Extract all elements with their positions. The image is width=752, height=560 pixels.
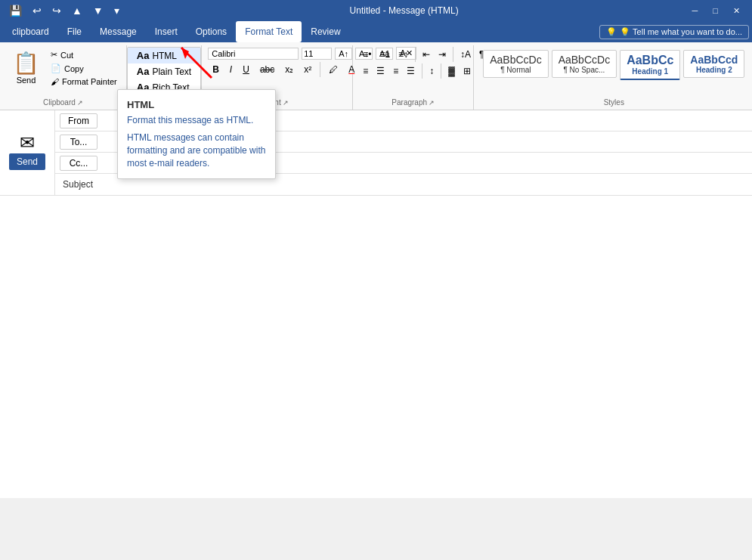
maximize-button[interactable]: □ xyxy=(707,5,724,17)
paragraph-label: Paragraph ↗ xyxy=(359,97,467,108)
send-button[interactable]: Send xyxy=(9,153,45,170)
menu-file[interactable]: clipboard xyxy=(3,21,58,42)
window-title: Untitled - Message (HTML) xyxy=(350,5,459,16)
save-icon[interactable]: 💾 xyxy=(6,3,25,18)
cut-label: Cut xyxy=(60,51,73,60)
no-spacing-label: ¶ No Spac... xyxy=(559,66,610,74)
title-bar: 💾 ↩ ↪ ▲ ▼ ▾ Untitled - Message (HTML) ─ … xyxy=(0,0,752,21)
para-divider3 xyxy=(422,63,422,79)
window-controls: ─ □ ✕ xyxy=(686,5,746,17)
redo-icon[interactable]: ↪ xyxy=(49,3,64,18)
ribbon: 📋 Send ✂ Cut 📄 Copy 🖌 Format Painter C xyxy=(0,42,752,110)
heading1-label: Heading 1 xyxy=(627,67,673,76)
menu-message[interactable]: Message xyxy=(91,21,146,42)
send-icon: ✉ xyxy=(20,132,35,153)
line-spacing-button[interactable]: ↕ xyxy=(426,63,438,79)
align-left-button[interactable]: ≡ xyxy=(359,63,372,79)
menu-format-text[interactable]: Format Text xyxy=(236,21,302,42)
cut-icon: ✂ xyxy=(51,50,57,60)
minimize-button[interactable]: ─ xyxy=(686,5,704,17)
compose-body[interactable] xyxy=(0,196,752,498)
paragraph-expand-icon[interactable]: ↗ xyxy=(429,99,435,107)
highlight-button[interactable]: 🖊 xyxy=(324,62,342,77)
borders-button[interactable]: ⊞ xyxy=(460,63,475,79)
title-bar-icons: 💾 ↩ ↪ ▲ ▼ ▾ xyxy=(6,3,122,18)
lightbulb-icon: 💡 xyxy=(606,27,617,37)
para-divider1 xyxy=(415,47,416,62)
copy-icon: 📄 xyxy=(51,63,61,73)
paste-button[interactable]: 📋 Send xyxy=(6,47,46,88)
paragraph-group: ≡• ≡1 ≡↕ ⇤ ⇥ ↕A ¶ ≡ ☰ ≡ ☰ ↕ ▓ ⊞ xyxy=(353,45,474,110)
menu-insert[interactable]: Insert xyxy=(146,21,187,42)
normal-preview: AaBbCcDc xyxy=(490,54,541,66)
popup-line2: HTML messages can contain formatting and… xyxy=(127,131,266,169)
title-bar-left: 💾 ↩ ↪ ▲ ▼ ▾ xyxy=(6,3,122,18)
align-center-button[interactable]: ☰ xyxy=(373,63,388,79)
to-button[interactable]: To... xyxy=(60,135,97,150)
heading1-preview: AaBbCc xyxy=(627,54,673,67)
html-aa-icon: Aa xyxy=(137,50,150,61)
compose-header: ✉ Send From To... Cc... Subject xyxy=(0,110,752,196)
up-icon[interactable]: ▲ xyxy=(69,3,85,18)
down-icon[interactable]: ▼ xyxy=(90,3,107,18)
popup-title: HTML xyxy=(127,99,266,110)
paste-label: Send xyxy=(17,76,36,85)
italic-button[interactable]: I xyxy=(225,62,237,77)
menu-review[interactable]: Review xyxy=(302,21,349,42)
increase-indent-button[interactable]: ⇥ xyxy=(435,47,450,62)
copy-label: Copy xyxy=(64,64,84,73)
numbering-button[interactable]: ≡1 xyxy=(376,47,394,62)
format-painter-label: Format Painter xyxy=(62,77,117,86)
shading-button[interactable]: ▓ xyxy=(444,63,459,79)
send-column: ✉ Send xyxy=(0,110,55,195)
subscript-button[interactable]: x₂ xyxy=(280,62,298,77)
para-divider2 xyxy=(453,47,453,62)
style-heading1-item[interactable]: AaBbCc Heading 1 xyxy=(620,50,680,80)
style-no-spacing-item[interactable]: AaBbCcDc ¶ No Spac... xyxy=(552,50,617,78)
style-normal-item[interactable]: AaBbCcDc ¶ Normal xyxy=(483,50,548,78)
multilevel-button[interactable]: ≡↕ xyxy=(395,47,412,62)
format-painter-button[interactable]: 🖌 Format Painter xyxy=(48,76,120,88)
menu-options[interactable]: Options xyxy=(187,21,236,42)
plain-aa-icon: Aa xyxy=(137,66,150,77)
grow-font-button[interactable]: A↑ xyxy=(335,48,352,60)
undo-icon[interactable]: ↩ xyxy=(29,3,45,18)
heading2-preview: AaBbCcd xyxy=(690,54,738,66)
heading2-label: Heading 2 xyxy=(690,66,738,74)
para-row2: ≡ ☰ ≡ ☰ ↕ ▓ ⊞ xyxy=(359,63,487,79)
compose-area: ✉ Send From To... Cc... Subject xyxy=(0,110,752,498)
cut-button[interactable]: ✂ Cut xyxy=(48,48,120,61)
font-divider xyxy=(320,62,320,77)
superscript-button[interactable]: x² xyxy=(299,62,316,77)
underline-button[interactable]: U xyxy=(238,62,254,77)
sort-button[interactable]: ↕A xyxy=(456,47,475,62)
from-button[interactable]: From xyxy=(60,113,97,128)
normal-label: ¶ Normal xyxy=(490,66,541,74)
menu-search[interactable]: 💡 💡 Tell me what you want to do... xyxy=(599,25,749,39)
close-button[interactable]: ✕ xyxy=(727,5,746,17)
popup-line1: Format this message as HTML. xyxy=(127,115,266,125)
clipboard-group: 📋 Send ✂ Cut 📄 Copy 🖌 Format Painter C xyxy=(0,45,127,110)
clipboard-expand-icon[interactable]: ↗ xyxy=(77,99,83,107)
more-icon[interactable]: ▾ xyxy=(111,3,122,18)
clipboard-small-buttons: ✂ Cut 📄 Copy 🖌 Format Painter xyxy=(48,47,120,88)
bullets-button[interactable]: ≡• xyxy=(359,47,375,62)
strikethrough-button[interactable]: abc xyxy=(255,62,279,77)
paste-icon: 📋 xyxy=(13,51,39,76)
no-spacing-preview: AaBbCcDc xyxy=(559,54,610,66)
format-painter-icon: 🖌 xyxy=(51,77,59,86)
menu-file[interactable]: File xyxy=(58,21,91,42)
font-size-input[interactable] xyxy=(302,48,332,60)
cc-button[interactable]: Cc... xyxy=(60,156,97,171)
decrease-indent-button[interactable]: ⇤ xyxy=(419,47,434,62)
style-heading2-item[interactable]: AaBbCcd Heading 2 xyxy=(683,50,744,78)
format-popup: HTML Format this message as HTML. HTML m… xyxy=(117,89,276,179)
paragraph-group-content: ≡• ≡1 ≡↕ ⇤ ⇥ ↕A ¶ ≡ ☰ ≡ ☰ ↕ ▓ ⊞ xyxy=(359,47,487,97)
font-name-input[interactable] xyxy=(208,48,299,60)
font-expand-icon[interactable]: ↗ xyxy=(283,99,289,107)
align-right-button[interactable]: ≡ xyxy=(389,63,402,79)
svg-marker-1 xyxy=(181,48,189,59)
copy-button[interactable]: 📄 Copy xyxy=(48,62,120,75)
justify-button[interactable]: ☰ xyxy=(403,63,419,79)
styles-group: AaBbCcDc ¶ Normal AaBbCcDc ¶ No Spac... … xyxy=(474,45,752,110)
